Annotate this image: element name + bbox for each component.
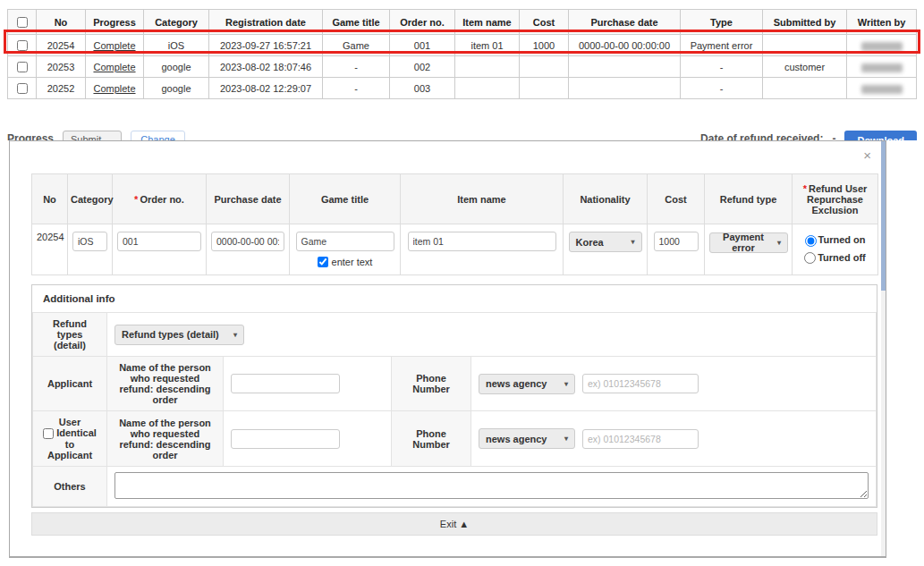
change-button[interactable]: Change	[131, 131, 185, 140]
row-checkbox[interactable]	[17, 83, 28, 94]
enter-text-label: enter text	[332, 257, 373, 267]
applicant-phone-input[interactable]	[582, 374, 699, 393]
form-col-nationality: Nationality	[564, 174, 648, 224]
progress-link[interactable]: Complete	[93, 62, 135, 72]
user-name-label: Name of the person who requested refund:…	[107, 411, 224, 467]
required-mark: *	[803, 183, 807, 194]
form-col-item-name: Item name	[401, 174, 564, 224]
cell-game-title: Game	[323, 35, 390, 56]
form-col-no: No	[32, 174, 68, 224]
table-row[interactable]: 20252 Complete google 2023-08-02 12:29:0…	[8, 78, 917, 99]
user-identical-checkbox[interactable]	[43, 428, 54, 439]
redacted-text	[861, 85, 903, 94]
refund-types-dropdown[interactable]: Refund types (detail) ▾	[114, 325, 244, 345]
cell-item-name	[455, 56, 520, 78]
cell-type: -	[681, 56, 763, 78]
order-no-input[interactable]	[117, 232, 201, 251]
col-game-title: Game title	[323, 10, 390, 35]
cell-type: Payment error	[681, 35, 763, 56]
form-col-purchase-date: Purchase date	[207, 174, 290, 224]
orders-table-wrap: No Progress Category Registration date G…	[7, 9, 917, 99]
col-no: No	[37, 10, 86, 35]
cell-item-name: item 01	[455, 35, 520, 56]
refund-types-row: Refund types (detail) Refund types (deta…	[33, 313, 877, 357]
cell-no: 20253	[37, 56, 86, 78]
table-row[interactable]: 20253 Complete google 2023-08-02 18:07:4…	[8, 56, 917, 78]
refund-type-dropdown[interactable]: Payment error ▾	[709, 232, 788, 253]
turned-off-radio[interactable]	[804, 252, 816, 264]
orders-table: No Progress Category Registration date G…	[7, 9, 917, 99]
cell-submitted-by	[763, 35, 847, 56]
progress-link[interactable]: Complete	[93, 83, 135, 94]
cell-no: 20254	[37, 35, 86, 56]
applicant-name-input[interactable]	[231, 374, 340, 393]
cell-game-title: -	[323, 56, 390, 78]
col-order-no: Order no.	[390, 10, 455, 35]
cell-purchase-date: 0000-00-00 00:00:00	[569, 35, 681, 56]
applicant-name-label: Name of the person who requested refund:…	[107, 357, 224, 411]
cell-game-title: -	[323, 78, 390, 99]
others-row: Others	[33, 467, 877, 507]
table-header-row: No Progress Category Registration date G…	[8, 10, 917, 35]
cell-cost: 1000	[520, 35, 569, 56]
additional-info-title: Additional info	[32, 285, 877, 312]
form-header-row: No Category *Order no. Purchase date Gam…	[32, 174, 878, 224]
col-purchase-date: Purchase date	[569, 10, 681, 35]
game-title-input[interactable]	[296, 232, 394, 251]
scrollbar-thumb[interactable]	[881, 141, 886, 291]
nationality-dropdown[interactable]: Korea ▾	[569, 232, 642, 252]
row-checkbox[interactable]	[17, 62, 28, 72]
cell-order-no: 003	[390, 78, 455, 99]
additional-info-table: Refund types (detail) Refund types (deta…	[32, 312, 877, 507]
progress-select[interactable]: Submit	[63, 131, 122, 140]
cell-type: -	[681, 78, 763, 99]
select-all-header	[8, 10, 37, 35]
others-textarea[interactable]	[114, 472, 869, 499]
user-identical-label: User Identical to Applicant	[33, 411, 107, 467]
user-name-input[interactable]	[231, 429, 340, 449]
modal-scrollbar[interactable]	[881, 141, 886, 556]
user-carrier-dropdown[interactable]: news agency ▾	[479, 428, 575, 449]
download-button[interactable]: Download	[844, 131, 917, 140]
cost-input[interactable]	[654, 232, 699, 251]
refund-types-label: Refund types (detail)	[33, 313, 107, 357]
progress-link[interactable]: Complete	[93, 40, 135, 51]
table-row[interactable]: 20254 Complete iOS 2023-09-27 16:57:21 G…	[8, 35, 917, 56]
turned-off-label: Turned off	[818, 252, 866, 263]
redacted-text	[861, 63, 903, 72]
turned-on-radio[interactable]	[805, 235, 817, 247]
cell-order-no: 002	[390, 56, 455, 78]
form-col-refund-type: Refund type	[705, 174, 793, 224]
select-all-checkbox[interactable]	[17, 17, 28, 28]
refund-form-table: No Category *Order no. Purchase date Gam…	[31, 173, 878, 275]
cell-registration-date: 2023-08-02 18:07:46	[209, 56, 323, 78]
exit-collapse-bar[interactable]: Exit ▲	[31, 512, 877, 536]
form-col-refund-exclusion: *Refund User Repurchase Exclusion	[793, 174, 878, 224]
item-name-input[interactable]	[408, 232, 556, 251]
cell-no: 20252	[37, 78, 86, 99]
form-col-cost: Cost	[648, 174, 705, 224]
row-checkbox[interactable]	[17, 40, 28, 51]
chevron-down-icon: ▾	[233, 331, 237, 339]
form-value-row: 20254 enter text Korea ▾	[32, 224, 878, 275]
others-label: Others	[33, 467, 107, 507]
cell-category: iOS	[144, 35, 209, 56]
applicant-carrier-dropdown[interactable]: news agency ▾	[479, 374, 575, 394]
chevron-down-icon: ▾	[564, 380, 568, 388]
purchase-date-input[interactable]	[211, 232, 284, 251]
close-icon[interactable]: ×	[863, 148, 871, 162]
col-type: Type	[681, 10, 763, 35]
additional-info-section: Additional info Refund types (detail) Re…	[31, 284, 877, 508]
cell-purchase-date	[569, 56, 681, 78]
enter-text-checkbox[interactable]	[318, 257, 328, 267]
user-row: User Identical to Applicant Name of the …	[33, 411, 877, 467]
cell-order-no: 001	[390, 35, 455, 56]
user-phone-label: Phone Number	[392, 411, 471, 467]
cell-registration-date: 2023-08-02 12:29:07	[209, 78, 323, 99]
cell-registration-date: 2023-09-27 16:57:21	[209, 35, 323, 56]
col-written-by: Written by	[847, 10, 917, 35]
refund-received-value: -	[832, 131, 835, 140]
user-phone-input[interactable]	[582, 429, 699, 449]
category-input[interactable]	[72, 232, 107, 251]
redacted-text	[861, 42, 903, 51]
